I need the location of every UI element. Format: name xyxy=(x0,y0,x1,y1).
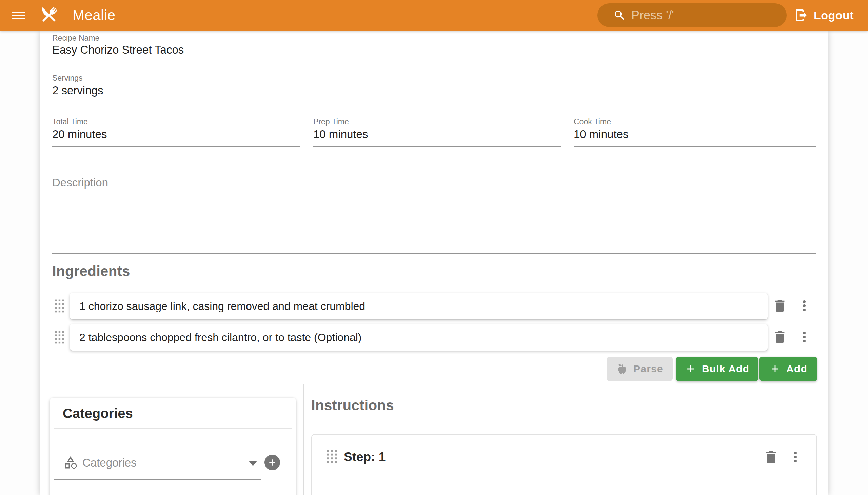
ingredient-input[interactable] xyxy=(70,300,768,312)
kebab-icon xyxy=(787,449,804,465)
chevron-down-icon[interactable] xyxy=(249,461,257,466)
instruction-step-card: Step: 1 Combine crumbled chorizo and chi… xyxy=(311,434,817,495)
cook-time-label: Cook Time xyxy=(574,117,611,126)
delete-ingredient-button[interactable] xyxy=(771,328,788,345)
mealie-logo-icon xyxy=(37,4,61,27)
categories-select[interactable]: Categories xyxy=(82,455,137,470)
cook-time-field[interactable] xyxy=(574,128,816,141)
servings-label: Servings xyxy=(52,73,82,83)
step-title: Step: 1 xyxy=(344,449,386,465)
kebab-icon xyxy=(796,329,812,345)
servings-field[interactable] xyxy=(52,84,816,97)
ingredient-menu-button[interactable] xyxy=(796,297,813,314)
recipe-name-field[interactable] xyxy=(52,44,816,56)
categories-select-underline xyxy=(54,479,261,480)
recipe-name-label: Recipe Name xyxy=(52,33,99,43)
search-input[interactable] xyxy=(631,8,790,23)
logout-button[interactable]: Logout xyxy=(791,0,857,31)
delete-step-button[interactable] xyxy=(762,448,780,466)
delete-ingredient-button[interactable] xyxy=(771,297,788,314)
instructions-heading: Instructions xyxy=(311,397,394,414)
cook-time-underline xyxy=(574,146,816,147)
add-ingredient-button[interactable]: Add xyxy=(760,357,817,381)
shapes-icon xyxy=(63,455,78,470)
add-category-button[interactable] xyxy=(265,455,280,470)
parse-button-label: Parse xyxy=(633,363,663,375)
total-time-underline xyxy=(52,146,300,147)
app-title: Mealie xyxy=(72,0,116,31)
trash-icon xyxy=(772,329,788,345)
trash-icon xyxy=(763,449,779,465)
ingredient-menu-button[interactable] xyxy=(796,328,813,345)
column-divider xyxy=(303,385,304,495)
ingredients-heading: Ingredients xyxy=(52,263,130,279)
ingredient-drag-handle[interactable] xyxy=(54,298,66,314)
ingredient-row xyxy=(70,324,768,351)
bulk-add-button[interactable]: Bulk Add xyxy=(676,357,758,381)
logout-icon xyxy=(794,8,808,22)
recipe-editor-card: Recipe Name Servings Total Time Prep Tim… xyxy=(40,31,828,495)
step-menu-button[interactable] xyxy=(787,448,804,466)
total-time-label: Total Time xyxy=(52,117,88,126)
logout-label: Logout xyxy=(814,9,854,22)
plus-icon xyxy=(685,363,696,375)
step-drag-handle[interactable] xyxy=(326,448,338,465)
categories-card: Categories Categories xyxy=(50,398,296,495)
ingredient-input[interactable] xyxy=(70,331,768,344)
servings-underline xyxy=(52,101,816,101)
trash-icon xyxy=(772,298,788,313)
bulk-add-button-label: Bulk Add xyxy=(702,363,749,375)
plus-icon xyxy=(267,457,277,467)
prep-time-underline xyxy=(313,146,561,147)
apple-icon xyxy=(616,363,628,375)
add-button-label: Add xyxy=(786,363,807,375)
prep-time-field[interactable] xyxy=(313,128,561,141)
menu-icon[interactable] xyxy=(12,7,27,23)
app-header: Mealie Logout xyxy=(0,0,868,31)
search-icon xyxy=(613,9,626,22)
categories-heading: Categories xyxy=(63,406,133,421)
prep-time-label: Prep Time xyxy=(313,117,349,126)
description-field[interactable] xyxy=(52,176,816,189)
total-time-field[interactable] xyxy=(52,128,300,141)
parse-button[interactable]: Parse xyxy=(607,357,673,381)
ingredient-row xyxy=(70,293,768,319)
description-underline xyxy=(52,253,816,254)
categories-divider xyxy=(54,428,292,429)
search-bar[interactable] xyxy=(597,3,787,27)
plus-icon xyxy=(769,363,781,375)
mealie-recipe-edit-page: Mealie Logout Recipe Name Servings Total… xyxy=(0,0,868,495)
kebab-icon xyxy=(796,298,812,314)
ingredient-drag-handle[interactable] xyxy=(54,329,66,345)
recipe-name-underline xyxy=(52,60,816,61)
